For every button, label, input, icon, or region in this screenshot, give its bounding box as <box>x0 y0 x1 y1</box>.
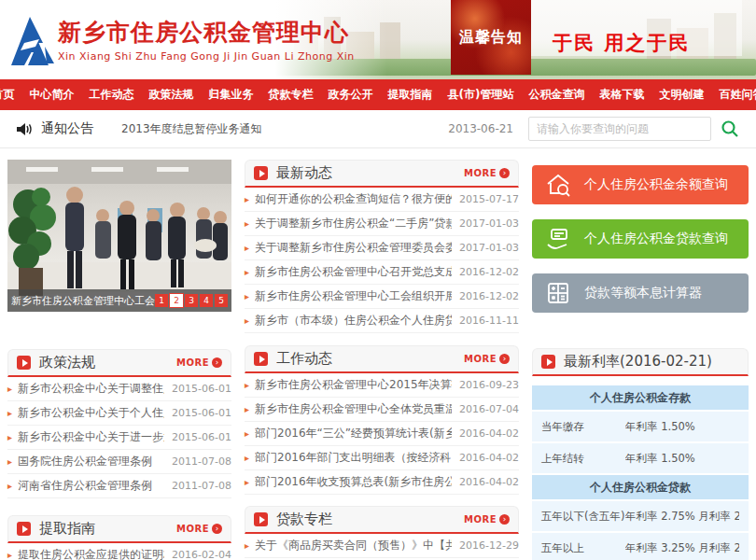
calculator-icon <box>544 279 572 307</box>
more-link[interactable]: MORE› <box>464 168 510 178</box>
list-item[interactable]: ▸国务院住房公积金管理条例2011-07-08 <box>7 450 231 474</box>
list-item[interactable]: ▸部门2016年部门支出明细表（按经济科目）(新乡市2016-04-02 <box>245 446 519 470</box>
pager-dot-5[interactable]: 5 <box>215 294 228 307</box>
more-link[interactable]: MORE› <box>464 354 510 364</box>
nav-item-county-stations[interactable]: 县(市)管理站 <box>441 79 522 110</box>
pager-dot-3[interactable]: 3 <box>185 294 198 307</box>
list-item[interactable]: ▸部门2016年收支预算总表(新乡市住房公积金管理中2016-04-02 <box>245 470 519 495</box>
nav-item-loans[interactable]: 贷款专栏 <box>261 79 321 110</box>
nav-item-civilization[interactable]: 文明创建 <box>651 79 711 110</box>
site-title-pinyin: Xin Xiang Shi Zhu Fang Gong Ji Jin Guan … <box>58 50 355 63</box>
search-button[interactable] <box>721 119 739 138</box>
bullet-icon: ▸ <box>245 477 249 487</box>
section-work-news: 工作动态 MORE› ▸新乡市住房公积金管理中心2015年决算报表公开说2016… <box>245 345 519 495</box>
nav-item-policies[interactable]: 政策法规 <box>142 79 202 110</box>
search-input[interactable] <box>528 117 711 141</box>
list-item[interactable]: ▸关于调整新乡市住房公积金管理委员会委员的通知2017-01-03 <box>245 236 519 260</box>
bullet-icon: ▸ <box>7 481 12 491</box>
nav-item-work-news[interactable]: 工作动态 <box>82 79 142 110</box>
section-work-header: 工作动态 MORE› <box>245 345 519 373</box>
list-item[interactable]: ▸新乡市住房公积金管理中心召开党总支成立大会2016-12-02 <box>245 260 519 285</box>
house-search-icon <box>544 171 572 199</box>
list-item[interactable]: ▸提取住房公积金应提供的证明材料2016-02-04 <box>7 543 231 560</box>
main-content: 新乡市住房公积金管理中心工会 1 2 3 4 5 政策法规 MORE› <box>0 148 756 560</box>
pager-dot-1[interactable]: 1 <box>155 294 168 307</box>
nav-item-collection[interactable]: 归集业务 <box>202 79 261 110</box>
nav-item-fund-query[interactable]: 公积金查询 <box>521 79 592 110</box>
bullet-icon: ▸ <box>245 404 249 414</box>
nav-item-about[interactable]: 中心简介 <box>22 79 82 110</box>
quick-link-label: 贷款等额本息计算器 <box>584 285 702 301</box>
notice-headline-link[interactable]: 2013年度结息暂停业务通知 <box>121 121 262 137</box>
pager-dot-4[interactable]: 4 <box>200 294 213 307</box>
section-title: 工作动态 <box>276 350 332 368</box>
section-policies-header: 政策法规 MORE› <box>7 349 231 377</box>
section-marker-icon <box>254 512 268 526</box>
section-title: 最新动态 <box>276 164 332 182</box>
loan-calculator-button[interactable]: 贷款等额本息计算器 <box>532 273 749 313</box>
nav-item-gov-info[interactable]: 政务公开 <box>321 79 381 110</box>
more-arrow-icon: › <box>499 168 510 178</box>
bullet-icon: ▸ <box>7 384 12 394</box>
speaker-icon <box>17 122 33 136</box>
bullet-icon: ▸ <box>245 218 249 229</box>
more-link[interactable]: MORE› <box>176 524 222 534</box>
right-column: 个人住房公积金余额查询 个人住房公积金贷款查询 <box>532 160 749 560</box>
list-item[interactable]: ▸新乡市住房公积金管理中心全体党员重温入党誓词2016-07-04 <box>245 398 519 422</box>
loan-query-button[interactable]: 个人住房公积金贷款查询 <box>532 219 749 259</box>
bullet-icon: ▸ <box>245 194 249 204</box>
more-link[interactable]: MORE› <box>464 514 510 525</box>
list-item[interactable]: ▸新乡市公积金中心关于调整住房公积金2015-06-01 <box>7 377 231 401</box>
section-withdraw-header: 提取指南 MORE› <box>7 515 231 543</box>
balance-query-button[interactable]: 个人住房公积金余额查询 <box>532 165 749 204</box>
bullet-icon: ▸ <box>7 456 12 467</box>
site-title: 新乡市住房公积金管理中心 <box>58 19 355 47</box>
slideshow-caption: 新乡市住房公积金管理中心工会 <box>11 294 155 308</box>
section-marker-icon <box>254 352 268 366</box>
section-loan-column: 贷款专栏 MORE› ▸关于《商品房买卖合同（预售）》中【共有份数】2016-1… <box>245 506 519 558</box>
section-title: 最新利率(2016-02-21) <box>564 353 712 371</box>
nav-item-form-download[interactable]: 表格下载 <box>592 79 651 110</box>
nav-item-home[interactable]: 首页 <box>0 79 22 110</box>
bullet-icon: ▸ <box>7 408 12 418</box>
slideshow-pager: 1 2 3 4 5 <box>155 294 228 307</box>
warm-notice-badge[interactable]: 温馨告知 <box>451 0 531 75</box>
pager-dot-2[interactable]: 2 <box>170 294 183 307</box>
bullet-icon: ▸ <box>245 291 249 301</box>
bullet-icon: ▸ <box>245 453 249 463</box>
nav-item-qa[interactable]: 百姓问答 <box>711 79 756 110</box>
left-column: 新乡市住房公积金管理中心工会 1 2 3 4 5 政策法规 MORE› <box>7 160 231 560</box>
list-item[interactable]: ▸新乡市住房公积金管理中心工会组织开展第二届职工2016-12-02 <box>245 285 519 309</box>
list-item[interactable]: ▸如何开通你的公积金查询短信？很方便的！2015-07-17 <box>245 188 519 212</box>
list-item[interactable]: ▸关于调整新乡市住房公积金“二手房”贷款相关政策2017-01-03 <box>245 212 519 236</box>
rate-row: 上年结转 年利率 1.50% <box>532 443 749 473</box>
list-item[interactable]: ▸新乡市公积金中心关于个人住房贷款政2015-06-01 <box>7 401 231 426</box>
list-item[interactable]: ▸关于《商品房买卖合同（预售）》中【共有份数】2016-12-29 <box>245 534 519 558</box>
main-nav: 首页 中心简介 工作动态 政策法规 归集业务 贷款专栏 政务公开 提取指南 县(… <box>0 79 756 110</box>
bullet-icon: ▸ <box>245 243 249 253</box>
notice-label: 通知公告 <box>41 120 93 137</box>
more-link[interactable]: MORE› <box>176 357 222 368</box>
more-arrow-icon: › <box>499 354 510 364</box>
list-item[interactable]: ▸部门2016年“三公”经费预算统计表(新乡市住房公2016-04-02 <box>245 422 519 446</box>
bullet-icon: ▸ <box>245 267 249 277</box>
quick-link-label: 个人住房公积金余额查询 <box>584 176 728 193</box>
list-item[interactable]: ▸新乡市（市本级）住房公积金个人住房贷款开发企业2016-11-11 <box>245 309 519 333</box>
section-policies: 政策法规 MORE› ▸新乡市公积金中心关于调整住房公积金2015-06-01 … <box>7 349 231 498</box>
nav-item-withdraw-guide[interactable]: 提取指南 <box>381 79 441 110</box>
rate-row: 五年以上 年利率 3.25% 月利率 2.7083‰ <box>532 533 749 560</box>
section-marker-icon <box>17 522 31 536</box>
notice-bar: 通知公告 2013年度结息暂停业务通知 2013-06-21 <box>0 110 756 148</box>
quick-link-label: 个人住房公积金贷款查询 <box>584 231 728 247</box>
more-arrow-icon: › <box>212 357 222 368</box>
section-marker-icon <box>541 355 555 369</box>
banner-slogan: 于民 用之于民 <box>553 30 690 56</box>
bullet-icon: ▸ <box>245 315 249 326</box>
slideshow[interactable]: 新乡市住房公积金管理中心工会 1 2 3 4 5 <box>7 160 231 312</box>
list-item[interactable]: ▸新乡市公积金中心关于进一步放宽贷款2015-06-01 <box>7 426 231 450</box>
rates-table: 个人住房公积金存款 当年缴存 年利率 1.50% 上年结转 年利率 1.50% … <box>532 385 749 560</box>
section-latest-header: 最新动态 MORE› <box>245 160 519 188</box>
list-item[interactable]: ▸河南省住房公积金管理条例2011-07-08 <box>7 474 231 498</box>
list-item[interactable]: ▸新乡市住房公积金管理中心2015年决算报表公开说2016-09-23 <box>245 373 519 398</box>
section-marker-icon <box>254 166 268 180</box>
